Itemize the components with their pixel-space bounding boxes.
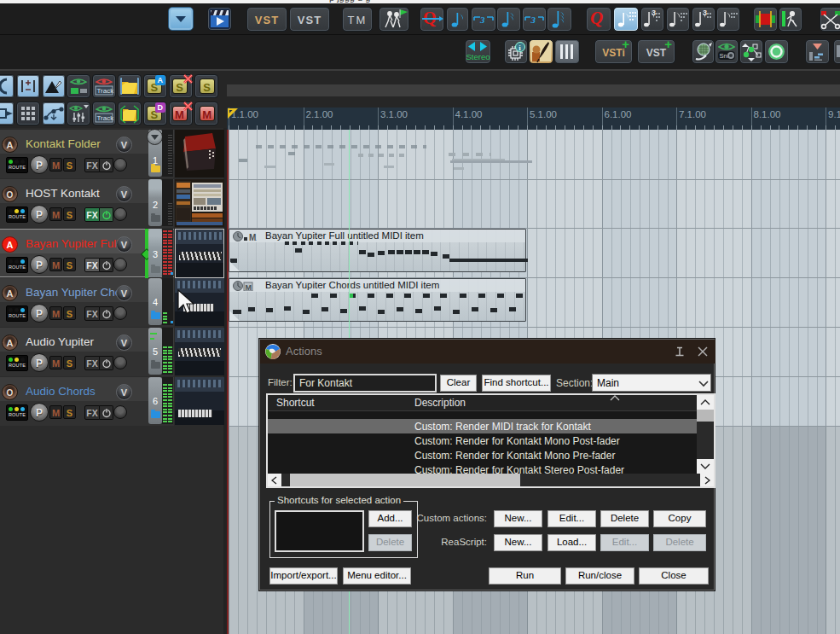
svg-text:Track: Track [97,87,115,95]
svg-text:3: 3 [530,15,536,25]
svg-text:.: . [255,235,257,241]
svg-text:3: 3 [652,9,656,17]
svg-text:M: M [246,283,252,292]
svg-text:3: 3 [479,15,485,25]
svg-text:3: 3 [703,9,707,17]
svg-text:Track: Track [97,114,115,122]
